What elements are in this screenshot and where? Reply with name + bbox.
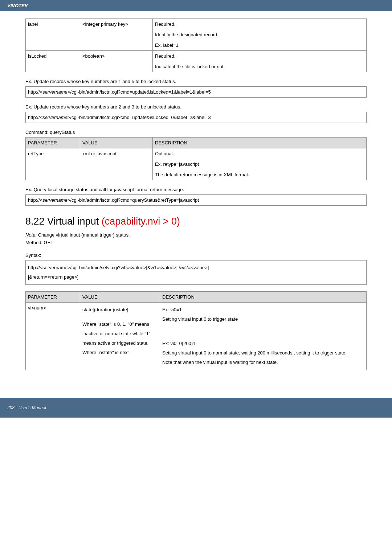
desc-cell: Ex. retype=javascript (153, 159, 367, 169)
page-content: label <integer primary key> Required. Id… (0, 11, 392, 383)
example-url: http://<servername>/cgi-bin/admin/lsctrl… (25, 86, 367, 98)
desc-cell: Required. (153, 19, 367, 30)
url-prefix: http://< (28, 89, 42, 95)
syntax-line: http://<servername>/cgi-bin/admin/setvi.… (28, 263, 364, 272)
desc-cell: Indicate if the file is locked or not. (153, 61, 367, 72)
value-line: state[(duration)nstate] (82, 305, 158, 315)
value-cell: xml or javascript (80, 148, 153, 180)
syntax-label: Syntax: (25, 253, 367, 258)
section-capability: (capability.nvi > 0) (102, 216, 180, 227)
desc-line: Setting virtual input 0 to normal state,… (162, 348, 364, 358)
page-footer: 208 - User's Manual (0, 398, 392, 418)
param-cell: isLocked (26, 51, 80, 72)
section-number-title: 8.22 Virtual input (25, 216, 102, 227)
note-line: Note: Change virtual input (manual trigg… (25, 232, 367, 238)
servername: servername (42, 197, 68, 203)
header-cell: DESCRIPTION (160, 292, 367, 303)
header-cell: PARAMETER (26, 138, 80, 148)
desc-cell: Required. (153, 51, 367, 62)
url-prefix: http://< (28, 115, 42, 120)
param-table-3: PARAMETER VALUE DESCRIPTION vi<num> stat… (25, 291, 367, 370)
desc-line: Setting virtual input 0 to trigger state (162, 315, 364, 324)
example-label: Ex. Update records whose key numbers are… (25, 104, 367, 110)
example-label: Ex. Query local storage status and call … (25, 187, 367, 192)
desc-cell: The default return message is in XML for… (153, 169, 367, 180)
url-prefix: http://< (28, 197, 42, 203)
table-header: PARAMETER VALUE DESCRIPTION (26, 138, 367, 148)
header-cell: VALUE (80, 292, 160, 303)
value-line: Where "state" is 0, 1. "0" means inactiv… (82, 320, 158, 357)
value-cell: state[(duration)nstate] Where "state" is… (80, 303, 160, 370)
desc-line: Ex: vi0=1 (162, 305, 364, 315)
url-suffix: >/cgi-bin/admin/lsctrl.cgi?cmd=queryStat… (68, 197, 199, 203)
param-cell: retType (26, 148, 80, 180)
method-line: Method: GET (25, 240, 367, 245)
table-row: vi<num> state[(duration)nstate] Where "s… (26, 303, 367, 336)
note-body: Change virtual input (manual trigger) st… (37, 232, 130, 238)
param-table-2: PARAMETER VALUE DESCRIPTION retType xml … (25, 137, 367, 180)
desc-cell: Identify the designated record. (153, 29, 367, 40)
url-suffix: >/cgi-bin/admin/lsctrl.cgi?cmd=update&is… (68, 115, 211, 120)
param-cell: vi<num> (26, 303, 80, 370)
header-cell: PARAMETER (26, 292, 80, 303)
value-cell: <integer primary key> (80, 19, 153, 51)
page-header: VIVOTEK (0, 0, 392, 11)
desc-cell: Ex: vi0=0(200)1 Setting virtual input 0 … (160, 336, 367, 370)
header-cell: VALUE (80, 138, 153, 148)
note-prefix: Note: (25, 232, 37, 238)
syntax-box: http://<servername>/cgi-bin/admin/setvi.… (25, 260, 367, 285)
desc-cell: Ex: vi0=1 Setting virtual input 0 to tri… (160, 303, 367, 336)
servername: servername (42, 115, 68, 120)
value-cell: <boolean> (80, 51, 153, 72)
example-url: http://<servername>/cgi-bin/admin/lsctrl… (25, 112, 367, 123)
url-suffix: >/cgi-bin/admin/lsctrl.cgi?cmd=update&is… (68, 89, 211, 95)
section-heading: 8.22 Virtual input (capability.nvi > 0) (25, 216, 367, 227)
param-cell: label (26, 19, 80, 51)
example-url: http://<servername>/cgi-bin/admin/lsctrl… (25, 194, 367, 206)
param-table-1: label <integer primary key> Required. Id… (25, 19, 367, 72)
syntax-line: [&return=<return page>] (28, 272, 364, 282)
table-header: PARAMETER VALUE DESCRIPTION (26, 292, 367, 303)
desc-line: Note that when the virtual input is wait… (162, 358, 364, 367)
example-label: Ex. Update records whose key numbers are… (25, 79, 367, 84)
table-row: isLocked <boolean> Required. (26, 51, 367, 62)
desc-cell: Optional. (153, 148, 367, 159)
desc-line: Ex: vi0=0(200)1 (162, 339, 364, 348)
table-row: retType xml or javascript Optional. (26, 148, 367, 159)
table-row: label <integer primary key> Required. (26, 19, 367, 30)
servername: servername (42, 89, 68, 95)
desc-cell: Ex. label=1 (153, 40, 367, 51)
header-cell: DESCRIPTION (153, 138, 367, 148)
command-label: Command: queryStatus (25, 130, 367, 135)
